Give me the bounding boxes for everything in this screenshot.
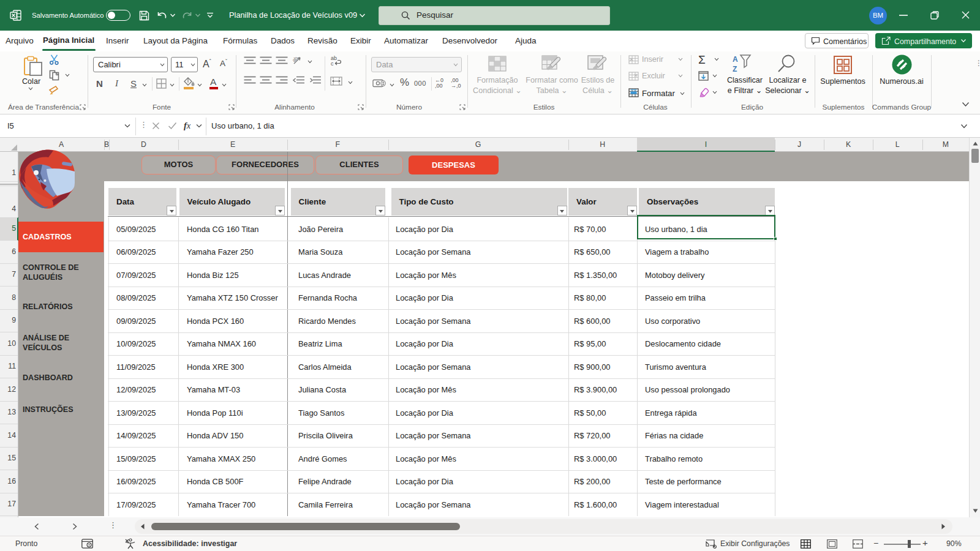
svg-text:ab: ab <box>291 55 299 63</box>
svg-text:Z: Z <box>733 65 737 73</box>
svg-text:c: c <box>331 61 334 67</box>
svg-text:A: A <box>733 55 738 64</box>
